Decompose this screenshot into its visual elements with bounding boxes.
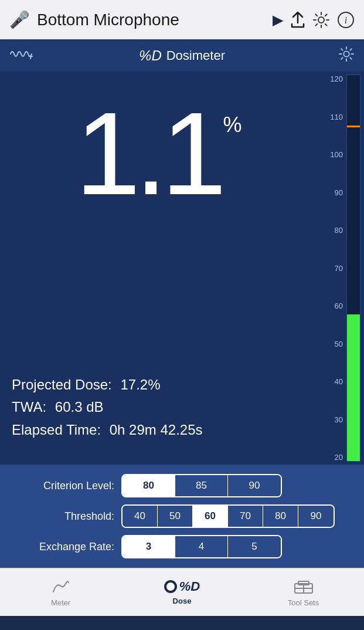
projected-dose-label: Projected Dose: (12, 377, 112, 392)
projected-dose-line: Projected Dose: 17.2% (12, 374, 305, 396)
exchange-3-button[interactable]: 3 (123, 536, 175, 557)
criterion-85-button[interactable]: 85 (175, 475, 228, 496)
toolsets-tab-label: Tool Sets (288, 598, 319, 607)
elapsed-label: Elapsed Time: (12, 422, 101, 438)
dose-tab-label: Dose (173, 597, 192, 605)
settings-button[interactable] (312, 11, 330, 29)
threshold-90-button[interactable]: 90 (298, 506, 334, 527)
dose-badge-inner (166, 582, 175, 591)
svg-text:i: i (345, 15, 347, 25)
main-display: 1.1 % Projected Dose: 17.2% TWA: 60.3 dB… (0, 72, 364, 465)
twa-value: 60.3 dB (55, 399, 104, 415)
info-button[interactable]: i (337, 11, 355, 29)
big-number-container: 1.1 % (12, 83, 305, 368)
scale-20: 20 (330, 453, 343, 462)
twa-label: TWA: (12, 399, 46, 415)
threshold-segmented: 40 50 60 70 80 90 (121, 504, 335, 528)
threshold-50-button[interactable]: 50 (158, 506, 193, 527)
meter-tab-icon (52, 578, 70, 596)
exchange-rate-segmented: 3 4 5 (121, 535, 282, 558)
scale-50: 50 (330, 340, 343, 348)
exchange-5-button[interactable]: 5 (228, 536, 281, 557)
dose-active-badge (164, 580, 177, 593)
tab-toolsets[interactable]: Tool Sets (243, 568, 364, 616)
scale-labels: 120 110 100 90 80 70 60 50 40 30 20 (330, 72, 343, 465)
meter-bar (346, 74, 360, 462)
controls-area: Criterion Level: 80 85 90 Threshold: 40 … (0, 465, 364, 568)
criterion-level-row: Criterion Level: 80 85 90 (12, 474, 352, 497)
exchange-rate-label: Exchange Rate: (12, 541, 114, 553)
projected-dose-value: 17.2% (120, 377, 160, 392)
mic-icon: 🎤 (9, 10, 30, 29)
tab-bar: Meter %D Dose Tool Sets (0, 568, 364, 616)
scale-40: 40 (330, 377, 343, 386)
elapsed-value: 0h 29m 42.25s (110, 422, 203, 438)
mode-text: Dosimeter (166, 48, 225, 63)
criterion-80-button[interactable]: 80 (123, 475, 175, 496)
play-button[interactable]: ▶ (273, 12, 283, 28)
twa-line: TWA: 60.3 dB (12, 396, 305, 418)
tab-dose[interactable]: %D Dose (121, 568, 243, 616)
scale-120: 120 (330, 74, 343, 83)
svg-point-3 (343, 51, 349, 56)
vu-meter-scale: 120 110 100 90 80 70 60 50 40 30 20 (317, 72, 364, 465)
scale-30: 30 (330, 415, 343, 424)
threshold-80-button[interactable]: 80 (263, 506, 298, 527)
top-header: 🎤 Bottom Microphone ▶ i (0, 0, 364, 39)
left-content: 1.1 % Projected Dose: 17.2% TWA: 60.3 dB… (0, 72, 317, 465)
svg-point-0 (318, 17, 324, 23)
threshold-60-button[interactable]: 60 (193, 506, 228, 527)
threshold-label: Threshold: (12, 510, 114, 523)
meter-orange-mark (347, 126, 360, 127)
threshold-70-button[interactable]: 70 (228, 506, 263, 527)
share-button[interactable] (290, 11, 305, 29)
exchange-rate-row: Exchange Rate: 3 4 5 (12, 535, 352, 558)
toolsets-tab-icon (294, 578, 314, 596)
percent-d-symbol: %D (139, 48, 162, 64)
criterion-90-button[interactable]: 90 (228, 475, 281, 496)
elapsed-time-line: Elapsed Time: 0h 29m 42.25s (12, 419, 305, 441)
criterion-level-segmented: 80 85 90 (121, 474, 282, 497)
unit-label: % (223, 113, 242, 137)
tab-meter[interactable]: Meter (0, 568, 121, 616)
scale-70: 70 (330, 264, 343, 273)
scale-60: 60 (330, 302, 343, 310)
stats-panel: Projected Dose: 17.2% TWA: 60.3 dB Elaps… (12, 368, 305, 453)
scale-100: 100 (330, 150, 343, 159)
meter-tab-label: Meter (51, 598, 70, 607)
big-number: 1.1 (75, 95, 220, 212)
mode-label: %D Dosimeter (139, 48, 225, 64)
threshold-row: Threshold: 40 50 60 70 80 90 (12, 504, 352, 528)
sub-settings-icon[interactable] (338, 46, 355, 66)
sub-header: %D Dosimeter (0, 39, 364, 72)
dose-tab-percent-icon: %D (179, 579, 200, 594)
criterion-level-label: Criterion Level: (12, 480, 114, 492)
waveform-icon (9, 46, 33, 66)
threshold-40-button[interactable]: 40 (123, 506, 158, 527)
scale-80: 80 (330, 226, 343, 235)
scale-90: 90 (330, 188, 343, 197)
page-title: Bottom Microphone (37, 11, 266, 29)
meter-green-fill (347, 314, 360, 461)
exchange-4-button[interactable]: 4 (175, 536, 228, 557)
scale-110: 110 (330, 113, 343, 121)
